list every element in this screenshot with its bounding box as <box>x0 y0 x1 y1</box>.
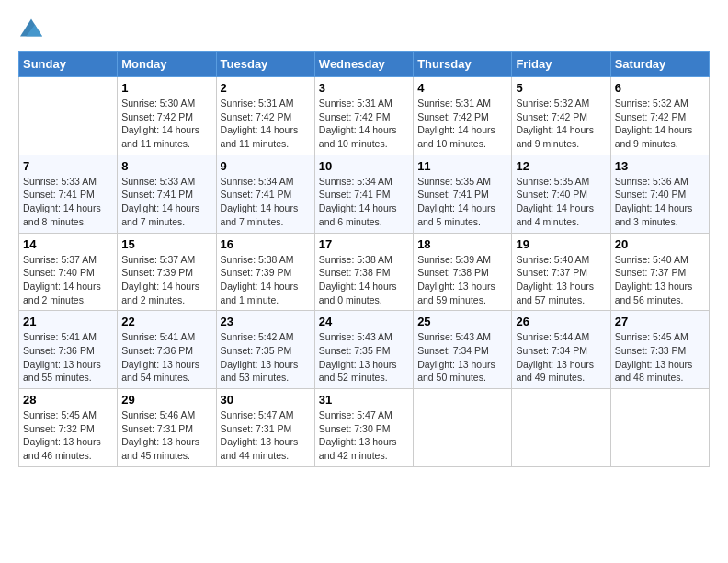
day-number: 16 <box>221 237 311 251</box>
calendar-cell: 3Sunrise: 5:31 AMSunset: 7:42 PMDaylight… <box>314 77 413 155</box>
calendar-week-4: 21Sunrise: 5:41 AMSunset: 7:36 PMDayligh… <box>19 311 710 389</box>
day-info: Sunrise: 5:37 AMSunset: 7:40 PMDaylight:… <box>23 253 113 307</box>
day-info: Sunrise: 5:30 AMSunset: 7:42 PMDaylight:… <box>121 97 211 151</box>
page-header <box>18 18 710 41</box>
day-info: Sunrise: 5:41 AMSunset: 7:36 PMDaylight:… <box>23 330 113 385</box>
day-number: 11 <box>417 159 507 173</box>
day-info: Sunrise: 5:35 AMSunset: 7:41 PMDaylight:… <box>417 175 507 229</box>
calendar-cell: 1Sunrise: 5:30 AMSunset: 7:42 PMDaylight… <box>118 77 216 155</box>
weekday-header-monday: Monday <box>118 52 216 77</box>
day-number: 28 <box>23 393 113 407</box>
day-number: 13 <box>615 159 705 173</box>
day-info: Sunrise: 5:34 AMSunset: 7:41 PMDaylight:… <box>221 175 311 229</box>
day-number: 12 <box>516 159 606 173</box>
calendar-cell <box>610 389 709 467</box>
day-info: Sunrise: 5:42 AMSunset: 7:35 PMDaylight:… <box>221 330 311 385</box>
day-number: 29 <box>121 393 211 407</box>
calendar-cell: 13Sunrise: 5:36 AMSunset: 7:40 PMDayligh… <box>610 155 709 233</box>
day-info: Sunrise: 5:33 AMSunset: 7:41 PMDaylight:… <box>23 175 113 229</box>
calendar-cell: 29Sunrise: 5:46 AMSunset: 7:31 PMDayligh… <box>118 389 216 467</box>
logo <box>18 18 42 41</box>
calendar-cell: 21Sunrise: 5:41 AMSunset: 7:36 PMDayligh… <box>19 311 118 389</box>
calendar-week-2: 7Sunrise: 5:33 AMSunset: 7:41 PMDaylight… <box>19 155 710 233</box>
day-info: Sunrise: 5:37 AMSunset: 7:39 PMDaylight:… <box>121 253 211 307</box>
day-info: Sunrise: 5:31 AMSunset: 7:42 PMDaylight:… <box>319 97 409 151</box>
day-info: Sunrise: 5:32 AMSunset: 7:42 PMDaylight:… <box>615 97 705 151</box>
day-number: 10 <box>319 159 409 173</box>
day-number: 2 <box>221 81 311 95</box>
calendar-cell: 22Sunrise: 5:41 AMSunset: 7:36 PMDayligh… <box>118 311 216 389</box>
day-info: Sunrise: 5:31 AMSunset: 7:42 PMDaylight:… <box>221 97 311 151</box>
day-number: 21 <box>23 315 113 328</box>
calendar-cell: 12Sunrise: 5:35 AMSunset: 7:40 PMDayligh… <box>512 155 610 233</box>
day-number: 27 <box>615 315 705 328</box>
day-info: Sunrise: 5:46 AMSunset: 7:31 PMDaylight:… <box>121 408 211 463</box>
calendar-cell: 23Sunrise: 5:42 AMSunset: 7:35 PMDayligh… <box>216 311 314 389</box>
day-number: 19 <box>516 237 606 251</box>
weekday-header-friday: Friday <box>512 52 610 77</box>
day-info: Sunrise: 5:35 AMSunset: 7:40 PMDaylight:… <box>516 175 606 229</box>
calendar-cell: 10Sunrise: 5:34 AMSunset: 7:41 PMDayligh… <box>314 155 413 233</box>
day-number: 15 <box>121 237 211 251</box>
calendar-cell: 18Sunrise: 5:39 AMSunset: 7:38 PMDayligh… <box>414 233 512 311</box>
day-number: 1 <box>121 81 211 95</box>
day-number: 5 <box>516 81 606 95</box>
calendar-cell: 24Sunrise: 5:43 AMSunset: 7:35 PMDayligh… <box>314 311 413 389</box>
calendar-cell: 8Sunrise: 5:33 AMSunset: 7:41 PMDaylight… <box>118 155 216 233</box>
weekday-header-wednesday: Wednesday <box>314 52 413 77</box>
day-info: Sunrise: 5:47 AMSunset: 7:31 PMDaylight:… <box>221 408 311 463</box>
day-info: Sunrise: 5:43 AMSunset: 7:35 PMDaylight:… <box>319 330 409 385</box>
day-number: 14 <box>23 237 113 251</box>
day-number: 9 <box>221 159 311 173</box>
calendar-table: SundayMondayTuesdayWednesdayThursdayFrid… <box>18 51 710 467</box>
day-info: Sunrise: 5:45 AMSunset: 7:33 PMDaylight:… <box>615 330 705 385</box>
calendar-week-5: 28Sunrise: 5:45 AMSunset: 7:32 PMDayligh… <box>19 389 710 467</box>
day-number: 17 <box>319 237 409 251</box>
day-info: Sunrise: 5:36 AMSunset: 7:40 PMDaylight:… <box>615 175 705 229</box>
weekday-header-tuesday: Tuesday <box>216 52 314 77</box>
day-info: Sunrise: 5:31 AMSunset: 7:42 PMDaylight:… <box>417 97 507 151</box>
day-info: Sunrise: 5:41 AMSunset: 7:36 PMDaylight:… <box>121 330 211 385</box>
day-info: Sunrise: 5:45 AMSunset: 7:32 PMDaylight:… <box>23 408 113 463</box>
calendar-cell: 25Sunrise: 5:43 AMSunset: 7:34 PMDayligh… <box>414 311 512 389</box>
calendar-cell: 20Sunrise: 5:40 AMSunset: 7:37 PMDayligh… <box>610 233 709 311</box>
calendar-cell: 17Sunrise: 5:38 AMSunset: 7:38 PMDayligh… <box>314 233 413 311</box>
day-info: Sunrise: 5:38 AMSunset: 7:38 PMDaylight:… <box>319 253 409 307</box>
logo-icon <box>20 18 42 37</box>
day-info: Sunrise: 5:40 AMSunset: 7:37 PMDaylight:… <box>516 253 606 307</box>
day-number: 31 <box>319 393 409 407</box>
calendar-cell: 14Sunrise: 5:37 AMSunset: 7:40 PMDayligh… <box>19 233 118 311</box>
day-number: 30 <box>221 393 311 407</box>
calendar-cell: 26Sunrise: 5:44 AMSunset: 7:34 PMDayligh… <box>512 311 610 389</box>
day-number: 23 <box>221 315 311 328</box>
calendar-cell: 15Sunrise: 5:37 AMSunset: 7:39 PMDayligh… <box>118 233 216 311</box>
day-info: Sunrise: 5:47 AMSunset: 7:30 PMDaylight:… <box>319 408 409 463</box>
calendar-cell: 11Sunrise: 5:35 AMSunset: 7:41 PMDayligh… <box>414 155 512 233</box>
calendar-cell: 2Sunrise: 5:31 AMSunset: 7:42 PMDaylight… <box>216 77 314 155</box>
calendar-cell: 27Sunrise: 5:45 AMSunset: 7:33 PMDayligh… <box>610 311 709 389</box>
calendar-cell: 7Sunrise: 5:33 AMSunset: 7:41 PMDaylight… <box>19 155 118 233</box>
weekday-header-thursday: Thursday <box>414 52 512 77</box>
calendar-cell <box>414 389 512 467</box>
calendar-cell: 30Sunrise: 5:47 AMSunset: 7:31 PMDayligh… <box>216 389 314 467</box>
day-info: Sunrise: 5:33 AMSunset: 7:41 PMDaylight:… <box>121 175 211 229</box>
calendar-cell: 28Sunrise: 5:45 AMSunset: 7:32 PMDayligh… <box>19 389 118 467</box>
calendar-cell: 5Sunrise: 5:32 AMSunset: 7:42 PMDaylight… <box>512 77 610 155</box>
calendar-cell: 16Sunrise: 5:38 AMSunset: 7:39 PMDayligh… <box>216 233 314 311</box>
weekday-header-sunday: Sunday <box>19 52 118 77</box>
calendar-week-1: 1Sunrise: 5:30 AMSunset: 7:42 PMDaylight… <box>19 77 710 155</box>
day-number: 22 <box>121 315 211 328</box>
day-number: 3 <box>319 81 409 95</box>
day-info: Sunrise: 5:43 AMSunset: 7:34 PMDaylight:… <box>417 330 507 385</box>
calendar-body: 1Sunrise: 5:30 AMSunset: 7:42 PMDaylight… <box>19 77 710 467</box>
day-number: 24 <box>319 315 409 328</box>
day-info: Sunrise: 5:40 AMSunset: 7:37 PMDaylight:… <box>615 253 705 307</box>
day-number: 26 <box>516 315 606 328</box>
day-number: 8 <box>121 159 211 173</box>
day-number: 18 <box>417 237 507 251</box>
calendar-header-row: SundayMondayTuesdayWednesdayThursdayFrid… <box>19 52 710 77</box>
day-info: Sunrise: 5:38 AMSunset: 7:39 PMDaylight:… <box>221 253 311 307</box>
calendar-cell: 9Sunrise: 5:34 AMSunset: 7:41 PMDaylight… <box>216 155 314 233</box>
weekday-header-saturday: Saturday <box>610 52 709 77</box>
calendar-cell: 31Sunrise: 5:47 AMSunset: 7:30 PMDayligh… <box>314 389 413 467</box>
